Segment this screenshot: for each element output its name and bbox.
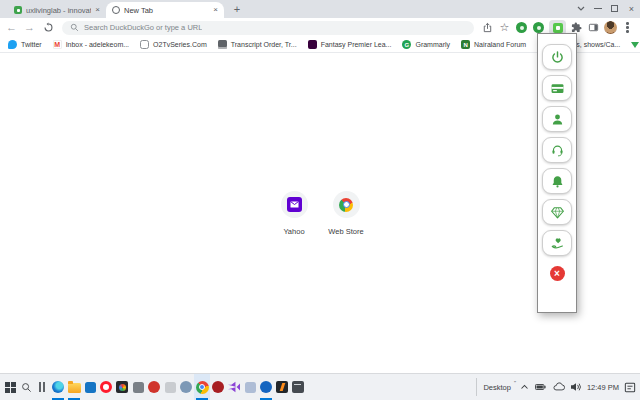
app-icon [245, 382, 256, 393]
app-icon [148, 381, 160, 393]
reload-icon[interactable] [42, 21, 55, 34]
bookmark-free-online[interactable]: Free Online Y [631, 41, 640, 48]
tab-close-icon[interactable]: × [213, 6, 218, 14]
bookmark-label: Transcript Order, Tr... [231, 41, 297, 48]
taskbar-app-opera[interactable] [98, 374, 114, 400]
taskbar-app-photos[interactable] [114, 374, 130, 400]
taskbar: Desktop” 12:49 PM [0, 373, 640, 400]
hand-heart-icon [550, 236, 565, 251]
tab-title: uxlivinglab - innovating from pe [26, 6, 91, 15]
shortcut-label: Yahoo [283, 227, 304, 236]
bookmark-label: Nairaland Forum [474, 41, 526, 48]
forward-icon[interactable]: → [24, 22, 35, 33]
taskbar-app-audio-app[interactable] [226, 374, 242, 400]
onedrive-cloud-icon[interactable] [552, 382, 565, 392]
taskbar-app-mail[interactable] [82, 374, 98, 400]
rewards-button[interactable] [542, 199, 572, 225]
taskbar-app-chrome[interactable] [194, 374, 210, 400]
app-icon [68, 383, 81, 393]
bookmark-grammarly[interactable]: G Grammarly [402, 40, 450, 49]
app-icon [116, 381, 128, 393]
app-icon [292, 381, 304, 393]
battery-icon[interactable] [534, 382, 547, 392]
app-icon [212, 381, 224, 393]
power-button[interactable] [542, 44, 572, 70]
tab-search-icon[interactable] [572, 0, 589, 17]
shortcut-web-store[interactable]: Web Store [322, 191, 370, 236]
action-center-icon[interactable] [624, 382, 636, 393]
taskbar-app-kmplayer[interactable] [146, 374, 162, 400]
tab-close-icon[interactable]: × [95, 6, 100, 14]
back-icon[interactable]: ← [6, 22, 17, 33]
taskbar-app-file-explorer[interactable] [66, 374, 82, 400]
tab-title: New Tab [124, 6, 209, 15]
address-placeholder: Search DuckDuckGo or type a URL [84, 23, 202, 32]
taskbar-app-notes[interactable] [242, 374, 258, 400]
maximize-button[interactable] [606, 0, 623, 17]
window-controls: × [572, 0, 640, 17]
bookmark-icon [218, 40, 227, 49]
minimize-button[interactable] [589, 0, 606, 17]
tray-chevron-up-icon[interactable] [520, 384, 529, 390]
notifications-button[interactable] [542, 168, 572, 194]
bookmark-inbox[interactable]: M Inbox - adelekeom... [53, 40, 129, 49]
diamond-icon [550, 205, 565, 220]
shortcut-label: Web Store [328, 227, 363, 236]
bookmark-icon [8, 40, 17, 49]
extension-a-icon[interactable] [515, 21, 528, 34]
bookmark-twitter[interactable]: Twitter [8, 40, 42, 49]
bell-icon [550, 174, 565, 189]
menu-kebab-icon[interactable] [621, 21, 634, 34]
tab-uxlivinglab[interactable]: uxlivinglab - innovating from pe × [8, 2, 106, 18]
bookmark-label: Twitter [21, 41, 42, 48]
address-bar[interactable]: Search DuckDuckGo or type a URL [62, 21, 474, 35]
side-panel-icon[interactable] [587, 21, 600, 34]
taskbar-app-app-faded[interactable] [162, 374, 178, 400]
desktop-button[interactable]: Desktop” [483, 383, 515, 392]
close-button[interactable]: × [623, 0, 640, 17]
tab-new-tab[interactable]: New Tab × [106, 2, 224, 18]
profile-avatar[interactable] [604, 21, 617, 34]
taskbar-app-pinterest[interactable] [210, 374, 226, 400]
panel-close-button[interactable]: × [550, 266, 565, 281]
bookmark-transcript-order[interactable]: Transcript Order, Tr... [218, 40, 297, 49]
yahoo-mail-icon [287, 197, 302, 212]
app-icon [196, 381, 209, 394]
shortcut-yahoo[interactable]: Yahoo [270, 191, 318, 236]
profile-icon [550, 112, 565, 127]
taskbar-app-edge[interactable] [50, 374, 66, 400]
taskbar-search-button[interactable] [18, 374, 34, 400]
start-button[interactable] [2, 374, 18, 400]
taskbar-app-steam[interactable] [130, 374, 146, 400]
support-button[interactable] [542, 137, 572, 163]
task-view-icon [39, 382, 45, 392]
extension-panel: × [537, 33, 577, 313]
volume-icon[interactable] [570, 382, 582, 392]
search-icon [21, 382, 32, 393]
windows-logo-icon [5, 382, 16, 393]
taskbar-app-terminal[interactable] [290, 374, 306, 400]
app-icon [260, 381, 272, 393]
profile-button[interactable] [542, 106, 572, 132]
new-tab-favicon [112, 6, 120, 14]
power-icon [550, 50, 565, 65]
app-icon [85, 382, 96, 393]
app-icon [165, 382, 176, 393]
donate-button[interactable] [542, 230, 572, 256]
bookmark-icon [631, 42, 639, 48]
taskbar-app-messaging[interactable] [258, 374, 274, 400]
bookmark-icon: N [461, 40, 470, 49]
payment-card-icon [550, 81, 565, 96]
clock[interactable]: 12:49 PM [587, 383, 619, 392]
new-tab-button[interactable]: + [230, 2, 244, 16]
taskbar-app-browser-globe[interactable] [178, 374, 194, 400]
support-headset-icon [550, 143, 565, 158]
task-view-button[interactable] [34, 374, 50, 400]
bookmark-o2tvseries[interactable]: O2TvSeries.Com [140, 40, 207, 49]
bookmark-nairaland-forum[interactable]: N Nairaland Forum [461, 40, 526, 49]
share-icon[interactable] [481, 21, 494, 34]
bookmark-star-icon[interactable]: ☆ [498, 21, 511, 34]
bookmark-fantasy-premier-league[interactable]: Fantasy Premier Lea... [308, 40, 392, 49]
payment-card-button[interactable] [542, 75, 572, 101]
taskbar-app-power-manager[interactable] [274, 374, 290, 400]
